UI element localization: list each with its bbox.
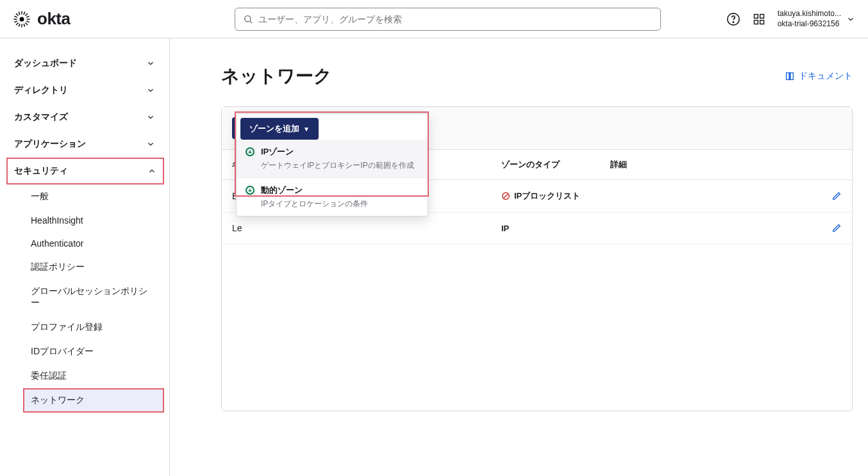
logo[interactable]: okta [13, 9, 170, 29]
row-type: IP [501, 224, 610, 233]
help-icon [726, 12, 740, 26]
search-box[interactable] [235, 8, 661, 31]
sidebar-sub-delegated-auth[interactable]: 委任認証 [0, 364, 169, 388]
user-org: okta-trial-9632156 [778, 19, 841, 29]
dropdown-item-desc: IPタイプとロケーションの条件 [261, 199, 368, 209]
svg-rect-12 [26, 21, 29, 22]
svg-point-20 [733, 21, 733, 22]
okta-sun-icon [13, 10, 31, 28]
sidebar-sub-network[interactable]: ネットワーク [23, 388, 164, 413]
caret-down-icon: ▼ [303, 126, 310, 133]
col-type: ゾーンのタイプ [501, 159, 610, 170]
svg-rect-7 [16, 13, 19, 15]
dropdown-item-ip-zone[interactable]: + IPゾーン ゲートウェイIPとプロキシーIPの範囲を作成 [237, 140, 428, 177]
sidebar-sub-profile-reg[interactable]: プロファイル登録 [0, 315, 169, 340]
svg-rect-23 [754, 20, 758, 24]
header-right: takuya.kishimoto... okta-trial-9632156 [726, 9, 855, 29]
user-text: takuya.kishimoto... okta-trial-9632156 [778, 9, 841, 29]
sidebar-item-applications[interactable]: アプリケーション [0, 131, 169, 158]
svg-rect-21 [754, 14, 758, 18]
sidebar-sub-id-provider[interactable]: IDプロバイダー [0, 340, 169, 364]
sidebar-item-label: セキュリティ [14, 165, 68, 177]
sidebar: ダッシュボード ディレクトリ カスタマイズ アプリケーション セキュリティ 一般… [0, 38, 170, 476]
edit-button[interactable] [831, 223, 842, 233]
sidebar-sub-auth-policy[interactable]: 認証ポリシー [0, 255, 169, 279]
sidebar-sub-healthinsight[interactable]: HealthInsight [0, 209, 169, 232]
dropdown-item-dynamic-zone[interactable]: + 動的ゾーン IPタイプとロケーションの条件 [237, 177, 428, 216]
sidebar-sub-general[interactable]: 一般 [0, 185, 169, 209]
svg-rect-13 [26, 15, 29, 17]
header: okta takuya.kishimoto... okta-trial-9632… [0, 0, 868, 38]
sidebar-sub-global-session[interactable]: グローバルセッションポリシー [0, 279, 169, 315]
svg-line-28 [504, 194, 508, 199]
svg-rect-16 [23, 23, 25, 26]
search-wrap [180, 8, 716, 31]
svg-rect-10 [19, 23, 21, 26]
svg-rect-2 [21, 24, 22, 27]
brand-text: okta [37, 9, 70, 29]
doc-link-label: ドキュメント [799, 70, 853, 82]
row-type-label: IP [501, 224, 509, 233]
table-row: Le IP [222, 213, 852, 244]
user-menu[interactable]: takuya.kishimoto... okta-trial-9632156 [778, 9, 855, 29]
pencil-icon [831, 223, 842, 233]
main: ネットワーク ドキュメント ゾーンを追加 ▼ 名 ゾーンのタイプ 詳細 Bl [170, 38, 868, 476]
user-name: takuya.kishimoto... [778, 9, 841, 19]
sidebar-item-dashboard[interactable]: ダッシュボード [0, 50, 169, 77]
apps-icon [753, 13, 765, 26]
add-zone-label: ゾーンを追加 [249, 123, 299, 135]
svg-rect-4 [27, 19, 30, 19]
svg-rect-14 [14, 21, 17, 22]
svg-rect-6 [16, 22, 19, 24]
chevron-down-icon [146, 86, 155, 95]
dropdown-item-title: 動的ゾーン [261, 185, 368, 196]
block-icon [501, 192, 510, 201]
help-button[interactable] [726, 12, 740, 26]
sidebar-item-customize[interactable]: カスタマイズ [0, 104, 169, 131]
page-title: ネットワーク [221, 64, 332, 88]
row-type: IPブロックリスト [501, 190, 610, 202]
svg-line-18 [250, 21, 252, 23]
plus-circle-icon: + [246, 186, 255, 195]
chevron-down-icon [146, 113, 155, 122]
chevron-down-icon [146, 140, 155, 149]
sidebar-item-security[interactable]: セキュリティ [6, 158, 164, 185]
col-detail: 詳細 [610, 159, 842, 170]
svg-rect-8 [25, 22, 28, 24]
sidebar-item-directory[interactable]: ディレクトリ [0, 77, 169, 104]
svg-rect-1 [21, 11, 22, 14]
svg-rect-5 [25, 13, 28, 15]
book-icon [785, 71, 795, 81]
doc-link[interactable]: ドキュメント [785, 70, 853, 82]
dropdown-item-title: IPゾーン [261, 146, 414, 158]
sidebar-item-label: カスタマイズ [14, 111, 68, 123]
edit-button[interactable] [831, 191, 842, 201]
svg-point-17 [245, 15, 251, 21]
svg-rect-11 [14, 15, 17, 17]
chevron-up-icon [147, 167, 156, 176]
svg-rect-9 [23, 12, 25, 15]
apps-button[interactable] [752, 12, 766, 26]
sidebar-item-label: ダッシュボード [14, 58, 77, 69]
zones-panel: ゾーンを追加 ▼ 名 ゾーンのタイプ 詳細 Bl IPブロックリスト [221, 106, 853, 411]
svg-point-0 [20, 17, 24, 21]
svg-rect-22 [760, 14, 764, 18]
row-type-label: IPブロックリスト [514, 190, 580, 202]
chevron-down-icon [846, 15, 855, 24]
sidebar-item-label: ディレクトリ [14, 85, 68, 96]
add-zone-button-open[interactable]: ゾーンを追加 ▼ [240, 118, 319, 140]
sidebar-sub-authenticator[interactable]: Authenticator [0, 232, 169, 255]
row-name: Le [232, 223, 501, 233]
search-icon [243, 14, 253, 24]
sidebar-item-label: アプリケーション [14, 138, 86, 150]
dropdown-item-desc: ゲートウェイIPとプロキシーIPの範囲を作成 [261, 160, 414, 171]
svg-rect-24 [760, 20, 764, 24]
add-zone-dropdown: ゾーンを追加 ▼ + IPゾーン ゲートウェイIPとプロキシーIPの範囲を作成 … [236, 113, 428, 217]
plus-circle-icon: + [246, 147, 255, 156]
chevron-down-icon [146, 59, 155, 68]
search-input[interactable] [258, 14, 653, 24]
svg-rect-3 [13, 19, 17, 19]
svg-rect-15 [19, 12, 21, 15]
pencil-icon [831, 191, 842, 201]
